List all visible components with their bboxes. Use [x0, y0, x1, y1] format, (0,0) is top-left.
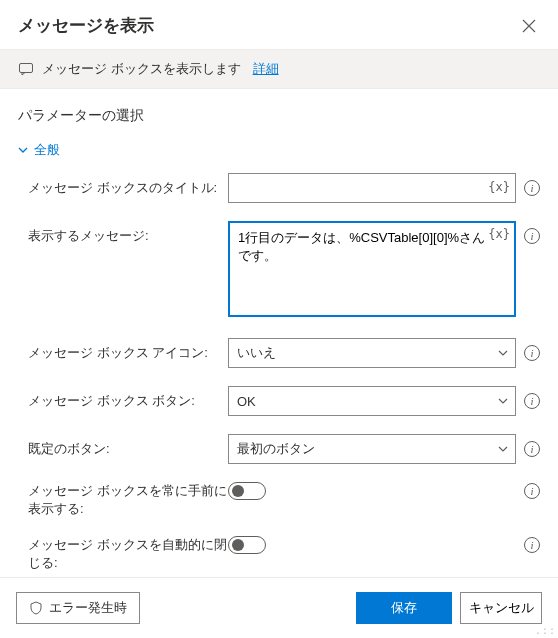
field-icon: メッセージ ボックス アイコン: いいえ i	[28, 338, 540, 368]
message-icon	[18, 61, 34, 77]
chevron-down-icon	[497, 347, 509, 359]
chevron-down-icon	[18, 145, 28, 155]
details-link[interactable]: 詳細	[253, 60, 279, 78]
info-text: メッセージ ボックスを表示します	[42, 60, 241, 78]
group-general-label: 全般	[34, 141, 60, 159]
field-always-top-label: メッセージ ボックスを常に手前に表示する:	[28, 482, 228, 518]
variable-icon[interactable]: {x}	[488, 180, 510, 194]
cancel-button[interactable]: キャンセル	[460, 592, 542, 624]
resize-grip[interactable]: .::	[535, 626, 556, 636]
close-icon	[522, 19, 536, 33]
on-error-label: エラー発生時	[49, 599, 127, 617]
dialog-title: メッセージを表示	[18, 14, 154, 37]
on-error-button[interactable]: エラー発生時	[16, 592, 140, 624]
field-buttons-label: メッセージ ボックス ボタン:	[28, 386, 228, 410]
info-icon[interactable]: i	[524, 393, 540, 409]
field-auto-close-label: メッセージ ボックスを自動的に閉じる:	[28, 536, 228, 572]
chevron-down-icon	[497, 443, 509, 455]
dialog: メッセージを表示 メッセージ ボックスを表示します 詳細 パラメーターの選択 全…	[0, 0, 558, 638]
chevron-down-icon	[497, 395, 509, 407]
content: パラメーターの選択 全般 メッセージ ボックスのタイトル: {x} i 表示する…	[0, 89, 558, 577]
info-icon[interactable]: i	[524, 441, 540, 457]
icon-select-value: いいえ	[237, 344, 276, 362]
field-icon-label: メッセージ ボックス アイコン:	[28, 338, 228, 362]
message-input[interactable]	[228, 221, 516, 317]
field-message-label: 表示するメッセージ:	[28, 221, 228, 245]
info-icon[interactable]: i	[524, 483, 540, 499]
field-message: 表示するメッセージ: {x} i	[28, 221, 540, 320]
close-button[interactable]	[518, 15, 540, 37]
buttons-select[interactable]: OK	[228, 386, 516, 416]
always-top-toggle[interactable]	[228, 482, 266, 500]
title-input[interactable]	[228, 173, 516, 203]
info-icon[interactable]: i	[524, 180, 540, 196]
icon-select[interactable]: いいえ	[228, 338, 516, 368]
default-select-value: 最初のボタン	[237, 440, 315, 458]
field-auto-close: メッセージ ボックスを自動的に閉じる: i	[28, 536, 540, 572]
field-always-top: メッセージ ボックスを常に手前に表示する: i	[28, 482, 540, 518]
field-default-label: 既定のボタン:	[28, 434, 228, 458]
svg-rect-0	[20, 64, 33, 73]
field-default: 既定のボタン: 最初のボタン i	[28, 434, 540, 464]
footer: エラー発生時 保存 キャンセル	[0, 577, 558, 638]
default-select[interactable]: 最初のボタン	[228, 434, 516, 464]
info-icon[interactable]: i	[524, 537, 540, 553]
info-icon[interactable]: i	[524, 228, 540, 244]
info-bar: メッセージ ボックスを表示します 詳細	[0, 49, 558, 89]
variable-icon[interactable]: {x}	[488, 227, 510, 241]
group-general[interactable]: 全般	[18, 141, 540, 159]
buttons-select-value: OK	[237, 394, 256, 409]
shield-icon	[29, 601, 43, 615]
info-icon[interactable]: i	[524, 345, 540, 361]
field-title-label: メッセージ ボックスのタイトル:	[28, 173, 228, 197]
auto-close-toggle[interactable]	[228, 536, 266, 554]
save-button[interactable]: 保存	[356, 592, 452, 624]
dialog-header: メッセージを表示	[0, 0, 558, 49]
field-buttons: メッセージ ボックス ボタン: OK i	[28, 386, 540, 416]
field-title: メッセージ ボックスのタイトル: {x} i	[28, 173, 540, 203]
section-title: パラメーターの選択	[18, 107, 540, 125]
